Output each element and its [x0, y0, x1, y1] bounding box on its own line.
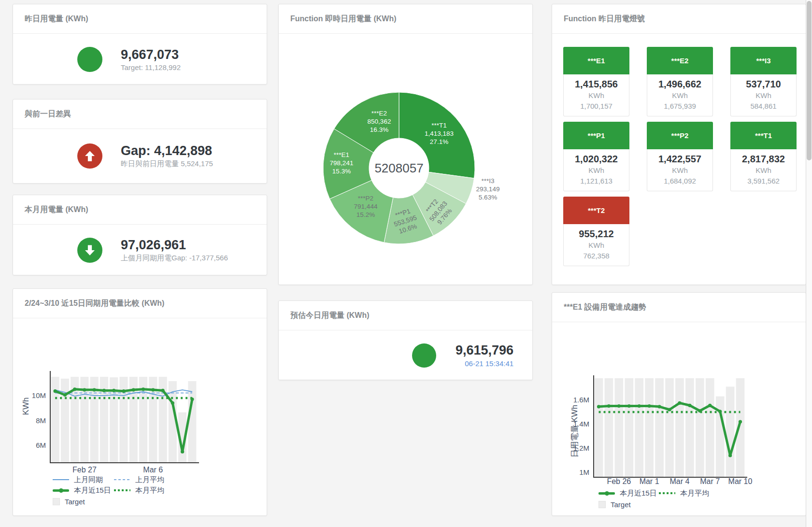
legend-label: 本月平均 — [680, 489, 709, 498]
svg-text:1.2M: 1.2M — [573, 444, 589, 452]
tile-value: 1,020,322 — [564, 153, 629, 165]
legend-label: 上月平均 — [135, 475, 164, 484]
panel-title: 預估今日用電量 (KWh) — [279, 301, 532, 330]
svg-text:Feb 26: Feb 26 — [607, 477, 631, 485]
box-gray-swatch-icon — [53, 498, 60, 505]
svg-text:***E2: ***E2 — [371, 110, 387, 117]
legend-item[interactable]: 上月同期 — [53, 475, 103, 484]
legend-item[interactable]: 本月平均 — [114, 486, 164, 495]
panel-title: 昨日用電量 (KWh) — [13, 4, 267, 34]
panel-title: 本月用電量 (KWh) — [13, 195, 267, 225]
panel-title: Function 昨日用電燈號 — [552, 4, 806, 34]
tile-value: 537,710 — [731, 78, 796, 90]
tile-target: 3,591,562 — [731, 176, 796, 186]
metric-value: 9,615,796 — [456, 343, 513, 358]
svg-text:Mar 6: Mar 6 — [143, 466, 163, 474]
tile-unit: KWh — [647, 165, 712, 176]
status-tile-i3: ***I3537,710KWh584,861 — [730, 47, 797, 116]
metric-value: 9,667,073 — [121, 47, 181, 62]
svg-text:Mar 1: Mar 1 — [640, 477, 659, 485]
svg-text:15.2%: 15.2% — [356, 211, 375, 218]
legend-label: 本月平均 — [135, 486, 164, 495]
tile-value: 955,212 — [564, 228, 629, 240]
tile-value: 1,422,557 — [647, 153, 712, 165]
compare-chart-svg: 6M8M10MFeb 27Mar 6 — [13, 318, 268, 487]
legend-item[interactable]: 上月平均 — [114, 475, 164, 484]
tile-target: 1,675,939 — [647, 101, 712, 112]
tile-unit: KWh — [564, 240, 629, 251]
legend-item[interactable]: Target — [598, 500, 631, 509]
svg-text:8M: 8M — [36, 416, 46, 425]
legend-label: Target — [611, 500, 631, 509]
panel-yesterday-usage: 昨日用電量 (KWh) 9,667,073 Target: 11,128,992 — [13, 4, 267, 85]
svg-text:293,149: 293,149 — [476, 185, 500, 193]
metric-subtitle: 昨日與前日用電量 5,524,175 — [121, 159, 213, 169]
panel-prev-day-gap: 與前一日差異 Gap: 4,142,898 昨日與前日用電量 5,524,175 — [13, 99, 267, 184]
thick-green-swatch-icon — [53, 489, 69, 492]
tile-label: ***P1 — [563, 122, 629, 149]
svg-text:16.3%: 16.3% — [370, 126, 388, 133]
status-circle-icon — [77, 47, 102, 72]
status-tile-p2: ***P21,422,557KWh1,684,092 — [647, 122, 713, 191]
metric-subtitle: 上個月同期用電Gap: -17,377,566 — [121, 254, 228, 263]
panel-compare-15day-chart: 2/24~3/10 近15日同期用電量比較 (KWh) KWh 6M8M10MF… — [13, 288, 267, 516]
legend-label: Target — [65, 498, 85, 506]
box-gray-swatch-icon — [598, 501, 606, 508]
status-circle-icon — [412, 343, 436, 368]
svg-text:10M: 10M — [32, 391, 46, 399]
donut-slice-label: ***I3293,1495.63% — [476, 177, 500, 201]
svg-text:***E1: ***E1 — [334, 151, 349, 158]
svg-text:***I3: ***I3 — [481, 177, 494, 185]
svg-text:6M: 6M — [36, 441, 46, 449]
legend-item[interactable]: 本月平均 — [659, 489, 709, 498]
legend-label: 上月同期 — [74, 475, 103, 484]
lights-tiles: ***E11,415,856KWh1,700,157***E21,496,662… — [563, 47, 806, 266]
panel-month-usage: 本月用電量 (KWh) 97,026,961 上個月同期用電Gap: -17,3… — [13, 195, 267, 275]
legend-item[interactable]: 本月近15日 — [53, 486, 111, 495]
panel-title: ***E1 設備用電達成趨勢 — [552, 293, 806, 322]
tile-label: ***E1 — [563, 47, 629, 74]
vertical-scrollbar-track[interactable] — [806, 0, 812, 527]
svg-text:Mar 7: Mar 7 — [700, 477, 720, 485]
panel-realtime-donut: Function 即時日用電量 (KWh) ***T11,413,18327.1… — [278, 4, 533, 285]
svg-text:791,444: 791,444 — [354, 203, 378, 210]
metric-value: 97,026,961 — [121, 238, 228, 253]
thick-green-swatch-icon — [598, 492, 615, 495]
svg-text:27.1%: 27.1% — [430, 138, 448, 145]
status-tile-t2: ***T2955,212KWh762,358 — [563, 197, 629, 266]
arrow-up-icon — [77, 143, 102, 169]
dash-blue-swatch-icon — [114, 479, 130, 480]
svg-text:***P2: ***P2 — [358, 195, 373, 202]
tile-unit: KWh — [731, 165, 796, 176]
panel-today-estimate: 預估今日用電量 (KWh) 9,615,796 06-21 15:34:41 — [278, 300, 533, 380]
svg-text:15.3%: 15.3% — [332, 168, 351, 175]
metric-target: Target: 11,128,992 — [121, 63, 181, 71]
svg-text:1M: 1M — [579, 468, 589, 476]
tile-unit: KWh — [564, 90, 629, 101]
metric-timestamp: 06-21 15:34:41 — [456, 359, 513, 368]
tile-value: 1,496,662 — [647, 78, 712, 90]
donut-center-total: 5208057 — [374, 161, 423, 175]
legend-item[interactable]: 本月近15日 — [598, 489, 657, 498]
svg-text:798,241: 798,241 — [330, 159, 354, 167]
tile-label: ***T1 — [730, 122, 797, 149]
tile-label: ***E2 — [647, 47, 713, 74]
tile-label: ***P2 — [647, 122, 713, 149]
status-tile-e2: ***E21,496,662KWh1,675,939 — [647, 47, 713, 116]
metric-value: Gap: 4,142,898 — [121, 143, 213, 158]
tile-target: 1,121,613 — [564, 176, 629, 186]
svg-text:Feb 27: Feb 27 — [72, 466, 97, 474]
vertical-scrollbar-thumb[interactable] — [807, 1, 812, 160]
target-bars — [595, 378, 745, 477]
panel-title: 2/24~3/10 近15日同期用電量比較 (KWh) — [13, 289, 267, 318]
svg-text:850,362: 850,362 — [368, 118, 391, 125]
panel-yesterday-lights: Function 昨日用電燈號 ***E11,415,856KWh1,700,1… — [552, 4, 806, 285]
tile-value: 1,415,856 — [564, 78, 629, 90]
status-tile-p1: ***P11,020,322KWh1,121,613 — [563, 122, 629, 191]
svg-text:5.63%: 5.63% — [479, 194, 497, 201]
tile-target: 1,700,157 — [564, 101, 629, 112]
donut-chart-svg: ***T11,413,18327.1%***I3293,1495.63%***T… — [279, 33, 533, 285]
legend-item[interactable]: Target — [53, 497, 85, 506]
status-tile-e1: ***E11,415,856KWh1,700,157 — [563, 47, 629, 116]
legend-label: 本月近15日 — [620, 489, 657, 498]
